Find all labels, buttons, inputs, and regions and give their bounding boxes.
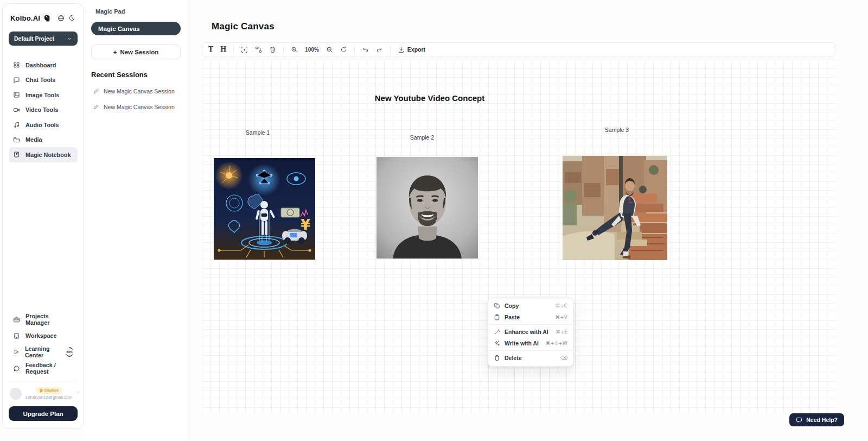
sessions-panel: Magic Pad Magic Canvas + New Session Rec…	[84, 0, 188, 441]
video-icon	[13, 106, 20, 114]
logo-row: Kolbo.AI	[9, 14, 78, 22]
dashboard-icon	[13, 61, 20, 68]
trash-icon	[494, 355, 500, 361]
sample-3-label[interactable]: Sample 3	[605, 127, 629, 133]
export-button[interactable]: Export	[398, 46, 425, 53]
sidebar-item-feedback-request[interactable]: Feedback / Request	[9, 360, 78, 376]
sparkles-icon	[494, 340, 500, 346]
heading-tool-button[interactable]: H	[220, 46, 226, 53]
undo-icon[interactable]	[362, 46, 369, 53]
image-icon	[13, 91, 20, 98]
menu-item-delete[interactable]: Delete ⌫	[488, 352, 573, 364]
sample-image-3[interactable]	[563, 156, 667, 260]
sidebar: Kolbo.AI Default Project Dashboard	[2, 3, 84, 429]
sample-2-label[interactable]: Sample 2	[410, 134, 434, 141]
sidebar-item-video-tools[interactable]: Video Tools	[9, 103, 78, 118]
menu-item-copy[interactable]: Copy ⌘+C	[488, 300, 573, 312]
page-title: Magic Canvas	[212, 21, 275, 32]
connector-tool-icon[interactable]	[255, 46, 262, 53]
pencil-icon	[93, 88, 99, 94]
sample-1-label[interactable]: Sample 1	[246, 129, 270, 136]
context-menu: Copy ⌘+C Paste ⌘+V Enhance with AI ⌘+E W…	[488, 298, 573, 367]
briefcase-icon	[13, 316, 20, 323]
dark-mode-moon-icon[interactable]	[68, 14, 76, 22]
text-tool-button[interactable]: T	[208, 46, 213, 53]
toolbar-divider	[390, 46, 391, 54]
canvas-heading-text[interactable]: New Youtube Video Concept	[375, 93, 485, 103]
download-icon	[398, 46, 405, 53]
tab-magic-canvas[interactable]: Magic Canvas	[91, 22, 181, 35]
toolbar-divider	[233, 46, 234, 54]
sidebar-item-image-tools[interactable]: Image Tools	[9, 87, 78, 103]
brain-logo-icon	[43, 14, 51, 22]
avatar	[10, 388, 22, 400]
new-session-button[interactable]: + New Session	[91, 45, 181, 59]
delete-tool-icon[interactable]	[269, 46, 276, 53]
chevron-up-icon: ⌃	[76, 391, 80, 396]
menu-item-write-with-ai[interactable]: Write with AI ⌘+⇧+W	[488, 338, 573, 349]
session-list-item[interactable]: New Magic Canvas Session	[91, 88, 181, 94]
recent-sessions-title: Recent Sessions	[91, 71, 181, 79]
brand-logo: Kolbo.AI	[10, 14, 40, 22]
tab-magic-pad[interactable]: Magic Pad	[91, 8, 181, 15]
menu-item-paste[interactable]: Paste ⌘+V	[488, 312, 573, 323]
notebook-icon	[13, 151, 20, 158]
building-icon	[13, 332, 20, 339]
need-help-button[interactable]: Need Help?	[789, 413, 844, 426]
sidebar-item-learning-center[interactable]: Learning Center 66%	[9, 344, 78, 360]
audio-icon	[13, 121, 20, 128]
copy-icon	[494, 303, 500, 309]
redo-icon[interactable]	[376, 46, 383, 53]
sidebar-nav: Dashboard Chat Tools Image Tools Video T…	[9, 58, 78, 162]
feedback-bubble-icon	[13, 365, 20, 372]
chat-icon	[13, 77, 20, 84]
sidebar-item-audio-tools[interactable]: Audio Tools	[9, 117, 78, 133]
toolbar-divider	[283, 46, 284, 54]
chevron-down-icon	[67, 36, 72, 41]
media-folder-icon	[13, 136, 20, 143]
sidebar-item-chat-tools[interactable]: Chat Tools	[9, 73, 78, 88]
sidebar-item-dashboard[interactable]: Dashboard	[9, 58, 78, 73]
upgrade-plan-button[interactable]: Upgrade Plan	[9, 406, 78, 421]
app-root: Kolbo.AI Default Project Dashboard	[0, 0, 868, 441]
sidebar-bottom-nav: Projects Manager Workspace Learning Cent…	[9, 311, 78, 376]
main-area: Magic Canvas T H 100%	[189, 0, 868, 441]
menu-divider	[488, 324, 573, 325]
zoom-in-icon[interactable]	[291, 46, 298, 53]
toolbar-divider	[354, 46, 355, 54]
language-globe-icon[interactable]	[56, 14, 65, 22]
user-account-row[interactable]: ♛Owner zoharvan12@gmail.com ⌃	[9, 382, 78, 400]
sample-image-2[interactable]	[376, 157, 478, 259]
menu-divider	[488, 350, 573, 351]
menu-item-enhance-with-ai[interactable]: Enhance with AI ⌘+E	[488, 326, 573, 338]
svg-text:¥: ¥	[301, 217, 310, 233]
owner-role-badge: ♛Owner	[35, 387, 62, 394]
paste-icon	[494, 314, 500, 320]
user-email: zoharvan12@gmail.com	[25, 395, 72, 400]
play-icon	[13, 349, 20, 355]
sample-image-1[interactable]: ¥	[214, 158, 315, 260]
sidebar-item-magic-notebook[interactable]: Magic Notebook	[9, 147, 78, 162]
help-chat-icon	[796, 417, 802, 423]
magic-wand-icon	[494, 329, 500, 335]
sidebar-item-projects-manager[interactable]: Projects Manager	[9, 311, 78, 327]
zoom-out-icon[interactable]	[326, 46, 333, 53]
crown-icon: ♛	[39, 388, 43, 393]
project-selector[interactable]: Default Project	[9, 32, 78, 46]
zoom-level-value: 100%	[305, 47, 319, 53]
sidebar-item-workspace[interactable]: Workspace	[9, 327, 78, 344]
reset-view-icon[interactable]	[340, 46, 347, 53]
canvas-toolbar: T H 100%	[202, 42, 835, 56]
session-list-item[interactable]: New Magic Canvas Session	[91, 104, 181, 110]
magic-canvas-grid[interactable]: New Youtube Video Concept Sample 1 Sampl…	[202, 60, 835, 413]
smart-select-icon[interactable]	[241, 46, 248, 53]
pencil-icon	[93, 104, 99, 110]
learning-progress-ring: 66%	[66, 347, 73, 357]
plus-icon: +	[113, 49, 117, 55]
sidebar-item-media[interactable]: Media	[9, 133, 78, 148]
